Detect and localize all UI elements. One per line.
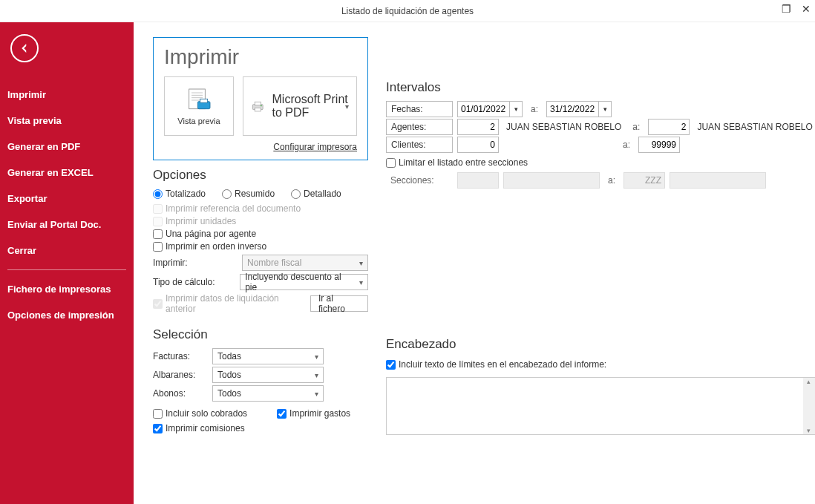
chk-solo-cobrados[interactable]: Incluir solo cobrados: [153, 408, 247, 419]
document-preview-icon: [184, 87, 214, 114]
printer-icon: [251, 96, 265, 117]
sidebar-item-imprimir[interactable]: Imprimir: [0, 82, 134, 108]
radio-detallado[interactable]: Detallado: [291, 189, 341, 199]
facturas-select[interactable]: Todas: [212, 348, 324, 364]
sidebar-item-enviar-portal[interactable]: Enviar al Portal Doc.: [0, 212, 134, 238]
configurar-impresora-link[interactable]: Configurar impresora: [273, 142, 357, 152]
encabezado-heading: Encabezado: [386, 337, 815, 352]
sidebar-item-generar-excel[interactable]: Generar en EXCEL: [0, 160, 134, 186]
radio-resumido[interactable]: Resumido: [222, 189, 275, 199]
abonos-select[interactable]: Todos: [212, 385, 324, 402]
chk-limitar-secciones[interactable]: Limitar el listado entre secciones: [386, 157, 815, 168]
cliente-from-input[interactable]: [457, 137, 499, 153]
opciones-heading: Opciones: [153, 168, 368, 183]
scrollbar[interactable]: ▴▾: [803, 378, 815, 434]
svg-rect-8: [255, 102, 261, 105]
sidebar-item-vista-previa[interactable]: Vista previa: [0, 108, 134, 134]
back-button[interactable]: [10, 34, 39, 62]
chk-orden-inverso[interactable]: Imprimir en orden inverso: [153, 241, 368, 252]
sidebar-item-cerrar[interactable]: Cerrar: [0, 238, 134, 264]
imprimir-select: Nombre fiscal: [242, 255, 368, 271]
sidebar-item-exportar[interactable]: Exportar: [0, 186, 134, 212]
sidebar-item-generar-pdf[interactable]: Generar en PDF: [0, 134, 134, 160]
svg-point-10: [261, 105, 262, 107]
arrow-left-icon: [18, 42, 31, 55]
svg-rect-6: [200, 99, 208, 102]
print-panel: Imprimir Vista previa: [153, 37, 368, 160]
vista-previa-button[interactable]: Vista previa: [164, 76, 234, 136]
seccion-from-num: [457, 172, 499, 189]
fechas-label: Fechas:: [386, 101, 453, 117]
chevron-down-icon: ▾: [345, 102, 349, 111]
fecha-to-drop[interactable]: ▾: [598, 101, 612, 117]
chk-imprimir-gastos[interactable]: Imprimir gastos: [277, 408, 350, 419]
sidebar: Imprimir Vista previa Generar en PDF Gen…: [0, 22, 134, 504]
chk-una-pagina[interactable]: Una página por agente: [153, 229, 368, 239]
seccion-from-name: [503, 172, 600, 189]
ir-al-fichero-button[interactable]: Ir al fichero: [310, 295, 368, 312]
window-title: Listado de liquidación de agentes: [341, 6, 474, 16]
chk-imprimir-comisiones[interactable]: Imprimir comisiones: [153, 423, 368, 433]
cliente-to-input[interactable]: [638, 137, 680, 153]
seccion-to-name: [670, 172, 766, 189]
radio-totalizado[interactable]: Totalizado: [153, 189, 206, 199]
tipo-calc-select[interactable]: Incluyendo descuento al pie: [240, 274, 368, 290]
seleccion-heading: Selección: [153, 327, 368, 342]
agente-to-name: JUAN SEBASTIAN ROBELO: [694, 119, 815, 135]
intervalos-heading: Intervalos: [386, 80, 815, 95]
agente-from-num[interactable]: [457, 119, 499, 135]
agente-to-num[interactable]: [648, 119, 690, 135]
agentes-label: Agentes:: [386, 119, 453, 135]
sidebar-divider: [7, 269, 126, 270]
chk-ref-doc: Imprimir referencia del documento: [153, 203, 368, 214]
window-restore-icon[interactable]: ❐: [782, 3, 791, 15]
seccion-to-num: [623, 172, 665, 189]
sidebar-item-fichero-impresoras[interactable]: Fichero de impresoras: [0, 276, 134, 302]
albaranes-select[interactable]: Todos: [212, 367, 324, 383]
chk-incluir-texto-limites[interactable]: Incluir texto de límites en el encabezad…: [386, 359, 815, 370]
fecha-to-input[interactable]: [546, 101, 598, 117]
chk-liq-anterior: Imprimir datos de liquidación anterior: [153, 293, 303, 314]
window-close-icon[interactable]: ✕: [802, 3, 811, 15]
svg-rect-9: [255, 108, 261, 111]
encabezado-textarea[interactable]: ▴▾: [386, 377, 815, 435]
printer-name: Microsoft Print to PDF: [272, 93, 349, 120]
print-heading: Imprimir: [164, 45, 357, 69]
agente-from-name: JUAN SEBASTIAN ROBELO: [503, 119, 624, 135]
clientes-label: Clientes:: [386, 137, 453, 153]
chk-unidades: Imprimir unidades: [153, 216, 368, 226]
sidebar-item-opciones-impresion[interactable]: Opciones de impresión: [0, 302, 134, 328]
fecha-from-input[interactable]: [457, 101, 509, 117]
fecha-from-drop[interactable]: ▾: [509, 101, 523, 117]
printer-select[interactable]: Microsoft Print to PDF ▾: [243, 76, 357, 136]
tipo-calc-label: Tipo de cálculo:: [153, 277, 232, 287]
imprimir-label: Imprimir:: [153, 258, 235, 268]
secciones-label: Secciones:: [386, 172, 453, 189]
